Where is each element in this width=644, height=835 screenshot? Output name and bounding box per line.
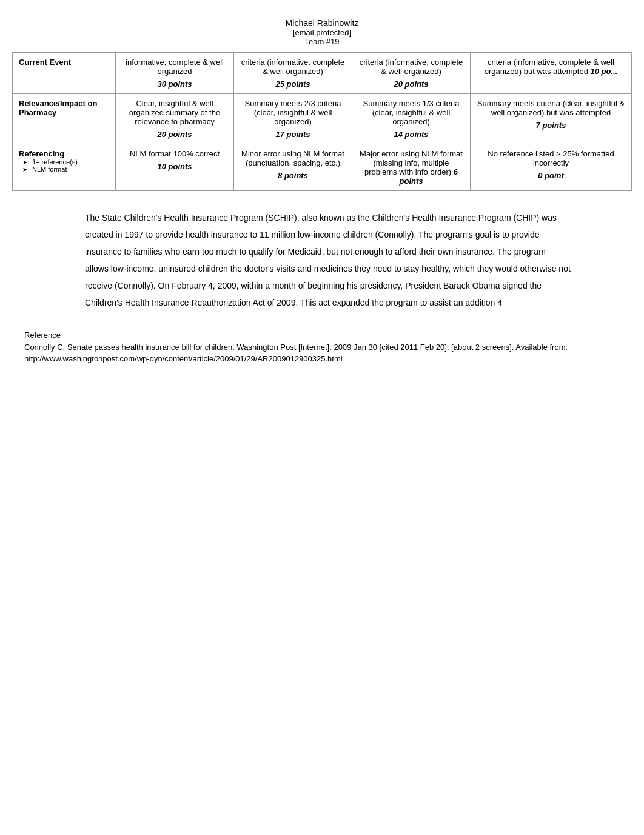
col1-referencing: NLM format 100% correct 10 points <box>116 144 234 191</box>
table-row: Referencing 1+ reference(s) NLM format N… <box>13 144 632 191</box>
body-text-content: The State Children's Health Insurance Pr… <box>85 209 571 311</box>
ref-criteria-list: 1+ reference(s) NLM format <box>19 158 109 173</box>
col3-relevance: Summary meets 1/3 criteria (clear, insig… <box>352 94 471 144</box>
rubric-table: Current Event informative, complete & we… <box>12 52 632 191</box>
page: Michael Rabinowitz [email protected] Tea… <box>0 0 644 395</box>
criterion-label-referencing: Referencing 1+ reference(s) NLM format <box>13 144 116 191</box>
col4-relevance: Summary meets criteria (clear, insightfu… <box>471 94 632 144</box>
col1-current-event: informative, complete & well organized 3… <box>116 53 234 94</box>
reference-entry: Connolly C. Senate passes health insuran… <box>24 341 620 365</box>
ref-criteria-item1: 1+ reference(s) <box>25 158 109 166</box>
criterion-label-relevance: Relevance/Impact on Pharmacy <box>13 94 116 144</box>
body-paragraph: The State Children's Health Insurance Pr… <box>85 209 571 311</box>
table-row: Relevance/Impact on Pharmacy Clear, insi… <box>13 94 632 144</box>
criterion-label: Current Event <box>13 53 116 94</box>
col2-current-event: criteria (informative, complete & well o… <box>234 53 352 94</box>
table-row: Current Event informative, complete & we… <box>13 53 632 94</box>
header: Michael Rabinowitz [email protected] Tea… <box>12 18 632 46</box>
col2-relevance: Summary meets 2/3 criteria (clear, insig… <box>234 94 352 144</box>
team-label: Team #19 <box>12 37 632 46</box>
col2-referencing: Minor error using NLM format (punctuatio… <box>234 144 352 191</box>
ref-criteria-item2: NLM format <box>25 166 109 173</box>
col3-referencing: Major error using NLM format (missing in… <box>352 144 471 191</box>
col4-referencing: No reference listed > 25% formatted inco… <box>471 144 632 191</box>
col4-current-event: criteria (informative, complete & well o… <box>471 53 632 94</box>
author-name: Michael Rabinowitz <box>12 18 632 28</box>
col3-current-event: criteria (informative, complete & well o… <box>352 53 471 94</box>
author-email: [email protected] <box>12 28 632 37</box>
reference-title: Reference <box>24 329 620 341</box>
reference-section: Reference Connolly C. Senate passes heal… <box>24 329 620 365</box>
col1-relevance: Clear, insightful & well organized summa… <box>116 94 234 144</box>
